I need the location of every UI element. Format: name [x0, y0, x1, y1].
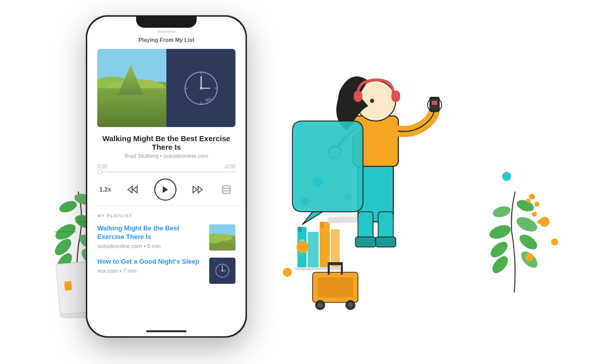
playlist-item-1[interactable]: Walking Might Be the Best Exercise There…	[97, 224, 235, 251]
books-stack	[295, 210, 358, 270]
svg-rect-93	[354, 91, 362, 102]
svg-rect-62	[295, 267, 343, 270]
svg-point-87	[526, 199, 530, 203]
playback-controls: 1.2x	[87, 173, 246, 206]
progress-times: 0:00 -0:00	[97, 164, 235, 169]
svg-point-73	[348, 302, 353, 308]
svg-rect-106	[355, 237, 376, 247]
track-meta: Brad Stulberg • outsideonline.com	[97, 153, 235, 159]
svg-point-95	[370, 99, 374, 103]
svg-rect-74	[328, 262, 343, 265]
playlist-item-1-meta: outsideonline.com • 6 min	[97, 243, 203, 249]
clock-illustration	[178, 66, 224, 111]
album-art-container	[97, 49, 235, 127]
svg-point-85	[529, 194, 535, 200]
playlist-item-2-title: How to Get a Good Night's Sleep	[97, 258, 203, 266]
bookmark-button[interactable]	[219, 183, 233, 197]
svg-point-8	[136, 96, 139, 99]
svg-point-6	[106, 79, 166, 99]
orange-dot-2	[283, 268, 292, 277]
phone-screen: Playing From My List	[87, 17, 246, 336]
drag-handle[interactable]	[157, 31, 175, 33]
playlist-label: MY PLAYLIST	[97, 213, 235, 218]
svg-line-9	[133, 100, 134, 103]
playlist-item-2-meta: vox.com • 7 min	[97, 268, 203, 274]
play-button[interactable]	[154, 178, 176, 201]
svg-point-42	[58, 199, 79, 214]
svg-rect-2	[97, 97, 166, 127]
svg-rect-63	[298, 227, 301, 232]
orange-dot-1	[296, 241, 309, 253]
svg-rect-61	[331, 229, 340, 267]
track-title: Walking Might Be the Best Exercise There…	[97, 134, 235, 151]
speed-button[interactable]: 1.2x	[99, 186, 111, 193]
album-art-clock	[166, 49, 235, 127]
progress-thumb[interactable]	[97, 169, 102, 174]
svg-point-80	[517, 232, 539, 253]
svg-rect-99	[432, 101, 437, 105]
svg-rect-1	[97, 89, 166, 127]
svg-rect-57	[64, 281, 72, 290]
right-plant	[488, 192, 541, 292]
playlist-item-2[interactable]: How to Get a Good Night's Sleep vox.com …	[97, 258, 235, 284]
svg-marker-21	[133, 187, 137, 193]
playlist-item-1-info: Walking Might Be the Best Exercise There…	[97, 224, 203, 249]
svg-rect-76	[341, 262, 343, 275]
playlist-item-2-thumb	[209, 258, 235, 284]
svg-point-7	[132, 97, 135, 100]
teal-dot-3	[502, 172, 511, 181]
svg-point-82	[515, 198, 536, 213]
svg-rect-94	[392, 91, 400, 102]
svg-point-77	[488, 222, 513, 241]
speech-bubble	[292, 121, 363, 212]
svg-rect-66	[328, 216, 358, 223]
playlist-item-2-info: How to Get a Good Night's Sleep vox.com …	[97, 258, 203, 274]
svg-point-81	[492, 205, 512, 219]
forward-button[interactable]	[191, 183, 205, 197]
svg-rect-75	[328, 262, 330, 275]
album-art-landscape	[97, 49, 166, 127]
svg-line-10	[137, 99, 138, 102]
svg-point-86	[534, 202, 539, 207]
phone-home-indicator	[146, 330, 187, 332]
svg-marker-20	[128, 187, 132, 193]
svg-point-71	[318, 302, 323, 308]
orange-dot-5	[525, 253, 533, 261]
phone-mockup: Playing From My List	[86, 15, 247, 338]
svg-rect-107	[376, 237, 396, 247]
track-info: Walking Might Be the Best Exercise There…	[87, 134, 246, 159]
svg-point-79	[488, 239, 511, 261]
landscape-illustration	[97, 49, 166, 127]
phone-content: Playing From My List	[87, 17, 246, 336]
playing-from-label: Playing From My List	[87, 37, 246, 43]
progress-bar[interactable]	[97, 171, 235, 172]
svg-point-78	[514, 214, 539, 234]
playlist-item-1-thumb	[209, 224, 235, 251]
progress-container[interactable]: 0:00 -0:00	[87, 164, 246, 172]
svg-marker-24	[193, 187, 197, 193]
svg-point-32	[212, 234, 232, 241]
svg-point-4	[97, 77, 138, 107]
svg-marker-23	[198, 187, 202, 193]
svg-rect-64	[321, 222, 324, 228]
playlist-section: MY PLAYLIST Walking Might Be the Best Ex…	[87, 206, 246, 284]
orange-dot-4	[551, 238, 558, 246]
svg-rect-60	[320, 222, 330, 267]
svg-marker-108	[302, 212, 323, 224]
svg-marker-22	[162, 186, 168, 193]
svg-rect-25	[222, 186, 230, 194]
svg-rect-59	[308, 232, 319, 267]
svg-rect-69	[318, 277, 353, 297]
svg-point-88	[532, 212, 537, 217]
playlist-item-1-title: Walking Might Be the Best Exercise There…	[97, 224, 203, 241]
phone-notch	[136, 17, 197, 28]
rewind-button[interactable]	[126, 183, 140, 197]
phone-frame: Playing From My List	[86, 15, 247, 338]
orange-dot-3	[539, 217, 550, 227]
